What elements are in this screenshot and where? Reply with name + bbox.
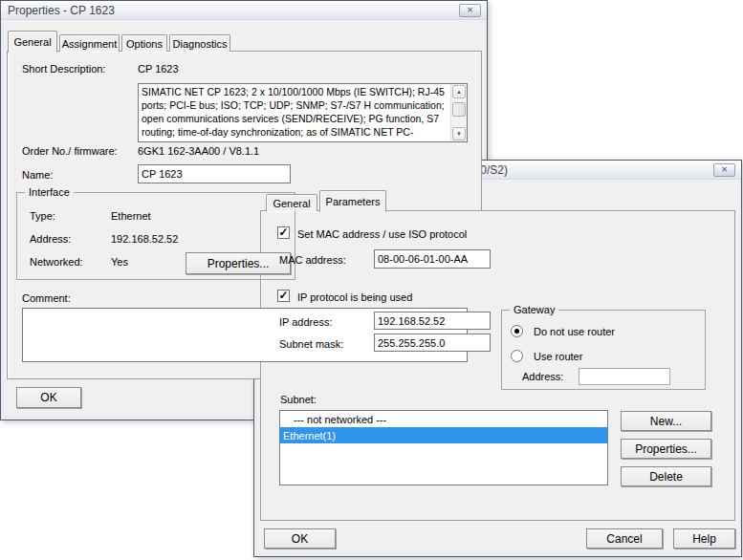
desktop: Properties - CP 1623 ✕ General Assignmen…	[0, 0, 743, 560]
tab-assignment[interactable]: Assignment	[59, 34, 120, 52]
set-mac-checkbox-label: Set MAC address / use ISO protocol	[297, 228, 467, 240]
subnet-mask-label: Subnet mask:	[279, 338, 343, 350]
tab-general[interactable]: General	[266, 194, 317, 211]
do-not-use-router-radio[interactable]	[511, 325, 523, 337]
interface-group-title: Interface	[25, 186, 74, 198]
check-icon: ✓	[278, 291, 288, 300]
list-item[interactable]: --- not networked ---	[280, 411, 607, 427]
subnet-mask-input[interactable]: 255.255.255.0	[374, 334, 491, 352]
scroll-down-icon[interactable]: ▼	[452, 127, 466, 140]
ip-protocol-checkbox[interactable]: ✓	[277, 290, 290, 302]
ip-protocol-checkbox-label: IP protocol is being used	[297, 291, 412, 303]
close-icon[interactable]: ✕	[713, 163, 735, 177]
check-icon: ✓	[278, 227, 288, 237]
order-value: 6GK1 162-3AA00 / V8.1.1	[138, 145, 259, 157]
delete-button[interactable]: Delete	[621, 466, 711, 486]
description-scrollbar[interactable]: ▲ ▼	[450, 84, 467, 141]
short-description-label: Short Description:	[22, 63, 105, 75]
help-button[interactable]: Help	[673, 528, 735, 549]
cancel-button[interactable]: Cancel	[586, 528, 663, 549]
name-label: Name:	[22, 169, 53, 181]
ok-button[interactable]: OK	[264, 528, 336, 549]
titlebar[interactable]: Properties - CP 1623	[1, 1, 487, 20]
subnet-label: Subnet:	[280, 394, 317, 405]
mac-address-label: MAC address:	[279, 254, 346, 266]
comment-label: Comment:	[22, 292, 71, 304]
order-label: Order No./ firmware:	[22, 145, 118, 157]
name-input[interactable]: CP 1623	[138, 164, 291, 183]
ok-button[interactable]: OK	[16, 387, 81, 408]
interface-address-value: 192.168.52.52	[111, 233, 178, 245]
ip-address-input[interactable]: 192.168.52.52	[374, 312, 491, 330]
use-router-label: Use router	[534, 351, 582, 362]
ip-address-label: IP address:	[279, 316, 332, 328]
interface-address-label: Address:	[30, 233, 71, 245]
short-description-value: CP 1623	[138, 63, 179, 75]
list-item[interactable]: Ethernet(1)	[280, 427, 607, 443]
interface-networked-label: Networked:	[30, 256, 83, 268]
subnet-listbox[interactable]: --- not networked --- Ethernet(1)	[279, 410, 608, 485]
interface-type-value: Ethernet	[111, 210, 151, 222]
tab-general[interactable]: General	[8, 31, 57, 53]
use-router-radio[interactable]	[511, 350, 523, 362]
properties-button[interactable]: Properties...	[621, 439, 711, 459]
new-button[interactable]: New...	[621, 411, 711, 431]
scroll-thumb[interactable]	[452, 102, 466, 117]
gateway-group-title: Gateway	[510, 304, 558, 315]
close-icon[interactable]: ✕	[459, 4, 481, 17]
interface-properties-button[interactable]: Properties...	[186, 252, 291, 274]
description-text: SIMATIC NET CP 1623; 2 x 10/100/1000 Mbp…	[142, 85, 448, 140]
tab-diagnostics[interactable]: Diagnostics	[169, 34, 230, 52]
mac-address-input[interactable]: 08-00-06-01-00-AA	[374, 249, 491, 269]
router-address-label: Address:	[522, 371, 563, 382]
tab-parameters[interactable]: Parameters	[319, 190, 386, 212]
gateway-group: Gateway Do not use router Use router Add…	[501, 310, 706, 390]
interface-networked-value: Yes	[111, 256, 128, 268]
router-address-input[interactable]	[579, 368, 670, 385]
description-box[interactable]: SIMATIC NET CP 1623; 2 x 10/100/1000 Mbp…	[138, 83, 468, 142]
interface-type-label: Type:	[30, 210, 55, 222]
do-not-use-router-label: Do not use router	[534, 326, 615, 337]
scroll-up-icon[interactable]: ▲	[452, 85, 466, 98]
dialog-title: Properties - CP 1623	[1, 4, 115, 17]
tab-options[interactable]: Options	[121, 34, 167, 52]
set-mac-checkbox[interactable]: ✓	[277, 226, 290, 239]
